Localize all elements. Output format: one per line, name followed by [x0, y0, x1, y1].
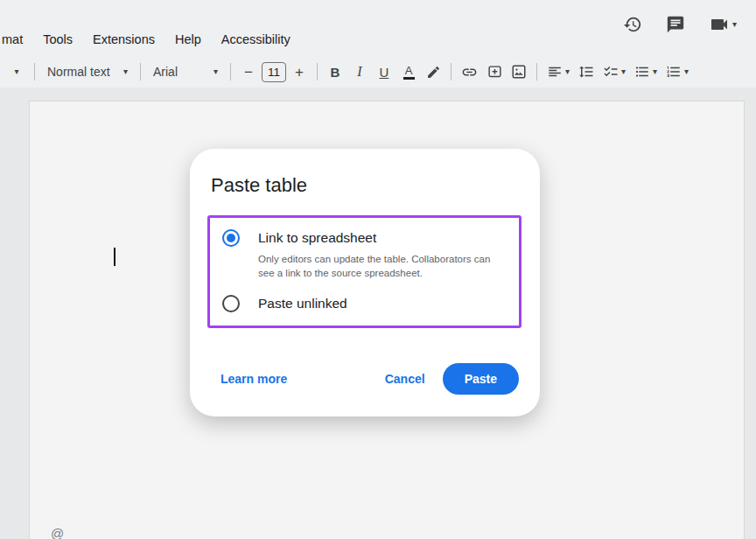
radio-unselected-icon[interactable]: [222, 295, 240, 312]
radio-selected-icon[interactable]: [222, 229, 240, 247]
paste-table-dialog: Paste table Link to spreadsheet Only edi…: [190, 149, 540, 416]
option-label: Link to spreadsheet: [258, 230, 376, 246]
dialog-actions: Learn more Cancel Paste: [211, 363, 519, 395]
option-paste-unlinked[interactable]: Paste unlinked: [210, 295, 519, 326]
dialog-title: Paste table: [190, 149, 540, 197]
learn-more-link[interactable]: Learn more: [220, 372, 287, 386]
paste-options-group: Link to spreadsheet Only editors can upd…: [207, 215, 522, 328]
option-link-to-spreadsheet[interactable]: Link to spreadsheet: [210, 218, 519, 247]
option-description: Only editors can update the table. Colla…: [258, 253, 493, 280]
cancel-button[interactable]: Cancel: [385, 372, 425, 386]
option-label: Paste unlinked: [258, 296, 347, 312]
paste-button[interactable]: Paste: [443, 363, 519, 395]
